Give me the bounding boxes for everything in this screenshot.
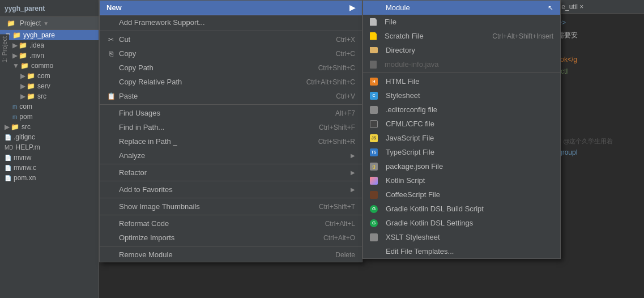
thumbnails-shortcut: Ctrl+Shift+T (319, 203, 355, 211)
menu-item-optimize[interactable]: Optimize Imports Ctrl+Alt+O (100, 231, 362, 245)
expand-arrow: ▶ (20, 92, 25, 100)
submenu-item-stylesheet[interactable]: C Stylesheet (363, 88, 560, 103)
expand-arrow: ▼ (12, 62, 19, 70)
tree-item-label: .mvn (29, 52, 44, 59)
menu-item-copy[interactable]: ⎘ Copy Ctrl+C (100, 46, 362, 61)
context-menu-new: New ▶ Add Framework Support... ✂ Cut Ctr… (99, 0, 362, 262)
replace-path-shortcut: Ctrl+Shift+R (318, 138, 355, 146)
submenu-item-label: Stylesheet (386, 91, 420, 100)
dropdown-arrow: ▼ (43, 20, 49, 27)
copy-path-shortcut: Ctrl+Shift+C (318, 64, 355, 72)
submenu-item-javascript[interactable]: JS JavaScript File (363, 131, 560, 145)
tree-item-label: mvnw (14, 154, 31, 161)
submenu-item-kotlin-script[interactable]: Kotlin Script (363, 173, 560, 188)
sidebar-project[interactable]: 📁 Project ▼ (0, 17, 99, 30)
gradle-settings-icon: G (370, 219, 378, 227)
submenu-separator-1 (363, 73, 560, 73)
paste-shortcut: Ctrl+V (336, 92, 355, 100)
tree-item-mvnw[interactable]: 📄 mvnw (0, 152, 99, 163)
menu-item-cut[interactable]: ✂ Cut Ctrl+X (100, 32, 362, 46)
menu-item-replace-in-path[interactable]: Replace in Path _ Ctrl+Shift+R (100, 134, 362, 148)
menu-item-label: Add to Favorites (119, 185, 173, 194)
submenu-item-editorconfig[interactable]: .editorconfig file (363, 103, 560, 117)
folder-icon: 📁 (7, 19, 15, 27)
menu-item-find-usages[interactable]: Find Usages Alt+F7 (100, 106, 362, 120)
menu-item-show-thumbnails[interactable]: Show Image Thumbnails Ctrl+Shift+T (100, 199, 362, 214)
menu-item-find-in-path[interactable]: Find in Path... Ctrl+Shift+F (100, 120, 362, 134)
menu-item-analyze[interactable]: Analyze ▶ (100, 148, 362, 163)
menu-separator-1 (100, 31, 362, 31)
tree-item-commo[interactable]: ▼ 📁 commo (0, 61, 99, 71)
tree-item-gitignore[interactable]: 📄 .gitignc (0, 132, 99, 142)
menu-item-add-framework[interactable]: Add Framework Support... (100, 15, 362, 29)
tree-item-mvnwc[interactable]: 📄 mvnw.c (0, 163, 99, 173)
tree-item-serv[interactable]: ▶ 📁 serv (0, 81, 99, 91)
submenu-item-package-json[interactable]: {} package.json File (363, 159, 560, 173)
submenu-item-directory[interactable]: Directory (363, 43, 560, 57)
tree-item-label: src (22, 123, 31, 131)
folder-icon: 📁 (11, 123, 19, 131)
tree-item-yygh[interactable]: ▼ 📁 yygh_pare (0, 30, 99, 40)
submenu-item-label: package.json File (386, 162, 443, 171)
kotlin-icon (370, 177, 378, 185)
menu-item-remove-module[interactable]: Remove Module Delete (100, 248, 362, 262)
submenu-item-cfml[interactable]: CFML/CFC file (363, 117, 560, 131)
tree-item-src-sub[interactable]: ▶ 📁 src (0, 91, 99, 101)
sidebar-vertical-label: 1: Project (0, 34, 9, 65)
submenu-item-xslt[interactable]: XSLT Stylesheet (363, 230, 560, 244)
submenu-item-label: module-info.java (385, 60, 438, 69)
tree-item-help[interactable]: MD HELP.m (0, 142, 99, 152)
folder-icon: 📁 (19, 41, 27, 49)
submenu-item-module[interactable]: Module ↖ (363, 1, 560, 15)
menu-item-paste[interactable]: 📋 Paste Ctrl+V (100, 89, 362, 103)
menu-separator-4 (100, 181, 362, 181)
submenu-item-scratch[interactable]: Scratch File Ctrl+Alt+Shift+Insert (363, 29, 560, 43)
submenu-item-gradle-settings[interactable]: G Gradle Kotlin DSL Settings (363, 216, 560, 230)
tree-item-pom[interactable]: m pom (0, 112, 99, 122)
submenu-item-label: Scratch File (385, 32, 424, 40)
editorconfig-icon (370, 106, 378, 114)
submenu-arrow: ▶ (349, 3, 355, 12)
submenu-item-label: Kotlin Script (386, 176, 425, 185)
menu-item-label: Copy Relative Path (119, 78, 182, 86)
tree-item-src[interactable]: ▶ 📁 src (0, 122, 99, 132)
submenu-item-html[interactable]: H HTML File (363, 74, 560, 88)
submenu-item-file[interactable]: File (363, 15, 560, 29)
copy-shortcut: Ctrl+C (336, 50, 355, 58)
submenu-item-edit-templates[interactable]: Edit File Templates... (363, 244, 560, 258)
menu-item-copy-relative-path[interactable]: Copy Relative Path Ctrl+Alt+Shift+C (100, 75, 362, 89)
tree-item-label: pom (19, 113, 32, 121)
tree-item-mvn[interactable]: ▶ 📁 .mvn (0, 50, 99, 61)
menu-item-refactor[interactable]: Refactor ▶ (100, 165, 362, 180)
json-icon: {} (370, 163, 378, 171)
file-icon: m (12, 104, 17, 110)
folder-icon: 📁 (20, 62, 29, 70)
expand-arrow: ▶ (20, 82, 25, 90)
tree-item-label: .gitignc (14, 133, 35, 141)
menu-item-add-favorites[interactable]: Add to Favorites ▶ (100, 182, 362, 197)
menu-item-reformat[interactable]: Reformat Code Ctrl+Alt+L (100, 216, 362, 231)
menu-item-copy-path[interactable]: Copy Path Ctrl+Shift+C (100, 61, 362, 75)
menu-item-label: Show Image Thumbnails (119, 202, 200, 211)
submenu-item-coffee[interactable]: CoffeeScript File (363, 188, 560, 202)
tree-item-idea[interactable]: ▶ 📁 .idea (0, 40, 99, 50)
tree-item-label: com (37, 72, 50, 80)
tree-item-label: src (37, 92, 46, 100)
folder-icon: 📁 (19, 52, 27, 59)
tree-item-com-file[interactable]: m com (0, 101, 99, 112)
submenu-item-typescript[interactable]: TS TypeScript File (363, 145, 560, 159)
tree-item-label: mvnw.c (14, 164, 36, 172)
paste-icon: 📋 (106, 92, 116, 100)
tree-item-label: serv (37, 82, 50, 90)
tree-item-label: yygh_pare (23, 31, 55, 39)
tree-item-pomxml[interactable]: 📄 pom.xn (0, 173, 99, 183)
gradle-build-icon: G (370, 205, 378, 213)
html-icon: H (370, 78, 378, 86)
js-icon: JS (370, 134, 378, 142)
submenu-item-label: Module (386, 3, 410, 12)
module-icon (370, 4, 378, 12)
sidebar-header: yygh_parent (0, 0, 99, 17)
tree-item-com[interactable]: ▶ 📁 com (0, 71, 99, 81)
coffee-icon (370, 191, 378, 199)
submenu-item-gradle-build[interactable]: G Gradle Kotlin DSL Build Script (363, 202, 560, 216)
